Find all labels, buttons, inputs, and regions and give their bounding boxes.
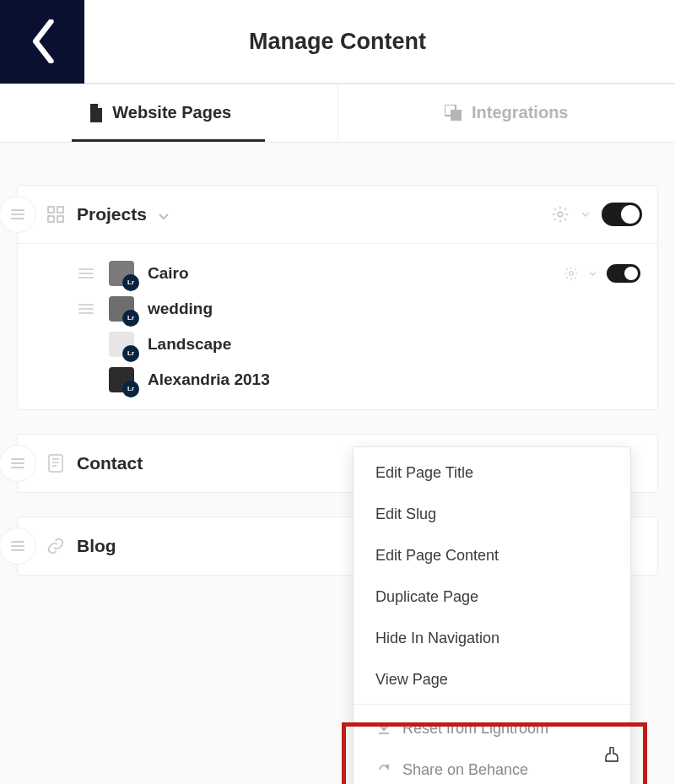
menu-duplicate-page[interactable]: Duplicate Page: [354, 576, 630, 618]
thumbnail: Lr: [109, 296, 134, 322]
caret-down-icon[interactable]: [159, 204, 169, 224]
settings-button[interactable]: [551, 205, 570, 224]
list-item[interactable]: Lr Alexandria 2013: [18, 362, 640, 397]
svg-rect-5: [57, 216, 63, 222]
svg-rect-3: [57, 207, 63, 213]
chevron-down-icon[interactable]: [578, 208, 593, 220]
chevron-down-icon[interactable]: [586, 268, 600, 279]
section-header[interactable]: Projects: [18, 186, 657, 243]
drag-handle[interactable]: [0, 527, 36, 565]
chevron-left-icon: [28, 19, 57, 63]
item-label: Alexandria 2013: [148, 370, 270, 389]
menu-edit-page-title[interactable]: Edit Page Title: [354, 452, 630, 494]
download-icon: [375, 722, 392, 735]
grid-icon: [46, 205, 65, 224]
lightroom-badge-icon: Lr: [122, 274, 139, 291]
section-title: Projects: [77, 204, 551, 224]
drag-handle[interactable]: [0, 445, 36, 482]
hamburger-icon: [11, 541, 24, 551]
back-button[interactable]: [0, 0, 84, 84]
drag-handle[interactable]: [78, 268, 94, 278]
item-settings-button[interactable]: [564, 266, 579, 281]
share-icon: [375, 763, 392, 776]
svg-rect-4: [48, 216, 54, 222]
svg-point-7: [570, 271, 574, 275]
menu-reset-from-lightroom[interactable]: Reset from Lightroom: [354, 708, 630, 749]
lightroom-badge-icon: Lr: [122, 381, 139, 397]
hamburger-icon: [11, 209, 24, 219]
integrations-icon: [445, 105, 463, 122]
drag-handle[interactable]: [78, 304, 94, 314]
menu-edit-slug[interactable]: Edit Slug: [354, 494, 630, 535]
tab-integrations[interactable]: Integrations: [338, 84, 676, 142]
content-area: Projects Lr Cairo: [0, 143, 675, 784]
svg-rect-1: [451, 110, 462, 121]
item-label: Cairo: [148, 264, 189, 283]
visibility-toggle[interactable]: [602, 203, 642, 226]
drag-handle[interactable]: [0, 196, 36, 233]
project-items: Lr Cairo Lr wedding Lr: [18, 243, 657, 409]
svg-rect-8: [49, 455, 62, 472]
thumbnail: Lr: [109, 261, 134, 286]
lightroom-badge-icon: Lr: [122, 310, 139, 327]
gear-icon: [551, 205, 570, 224]
page-title: Manage Content: [0, 29, 675, 55]
gear-icon: [564, 266, 579, 281]
item-label: Landscape: [148, 335, 231, 354]
page-icon: [89, 104, 104, 122]
tab-label: Integrations: [472, 103, 568, 122]
menu-hide-in-navigation[interactable]: Hide In Navigation: [354, 618, 630, 659]
cursor-icon: [604, 747, 621, 770]
list-item[interactable]: Lr Landscape: [18, 327, 640, 362]
link-icon: [46, 537, 65, 555]
menu-share-on-behance[interactable]: Share on Behance: [354, 749, 630, 784]
lightroom-badge-icon: Lr: [122, 345, 139, 362]
context-menu: Edit Page Title Edit Slug Edit Page Cont…: [353, 446, 631, 784]
menu-divider: [354, 704, 630, 705]
item-visibility-toggle[interactable]: [607, 264, 640, 283]
svg-rect-2: [48, 207, 54, 213]
thumbnail: Lr: [109, 332, 134, 357]
thumbnail: Lr: [109, 367, 134, 392]
tabs: Website Pages Integrations: [0, 84, 675, 143]
tab-website-pages[interactable]: Website Pages: [0, 84, 338, 142]
section-projects: Projects Lr Cairo: [17, 185, 658, 410]
header: Manage Content: [0, 0, 675, 84]
item-label: wedding: [148, 300, 213, 318]
svg-point-6: [558, 212, 563, 217]
document-icon: [46, 454, 65, 473]
list-item[interactable]: Lr wedding: [18, 291, 640, 327]
hamburger-icon: [11, 458, 24, 468]
tab-label: Website Pages: [112, 103, 231, 122]
list-item[interactable]: Lr Cairo: [18, 256, 640, 291]
menu-view-page[interactable]: View Page: [354, 659, 630, 700]
menu-edit-page-content[interactable]: Edit Page Content: [354, 535, 630, 576]
